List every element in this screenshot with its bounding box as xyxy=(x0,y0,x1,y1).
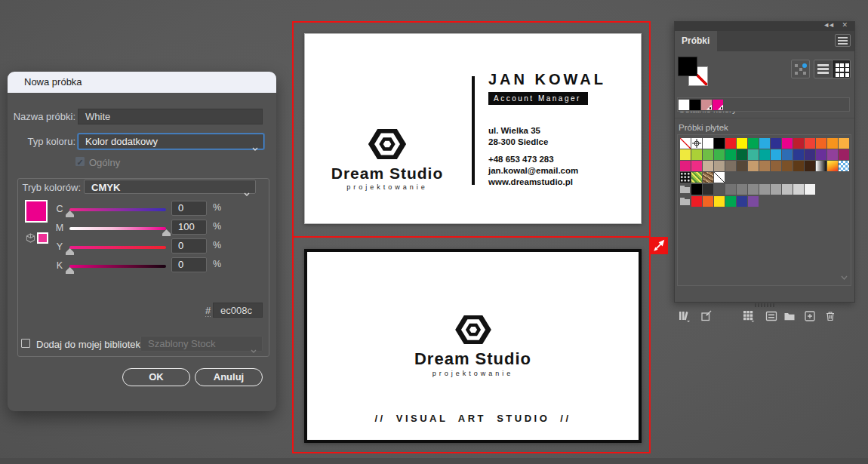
swatch[interactable] xyxy=(714,172,725,183)
swatch[interactable] xyxy=(714,161,725,171)
swatch[interactable] xyxy=(703,138,713,149)
swatch[interactable] xyxy=(691,196,702,207)
artboard-card-back[interactable]: Dream Studio projektowanie // VISUAL ART… xyxy=(304,249,642,443)
swatch[interactable] xyxy=(816,161,826,171)
swatch[interactable] xyxy=(703,196,713,207)
scroll-down-icon[interactable] xyxy=(841,269,848,283)
cancel-button[interactable]: Anuluj xyxy=(195,368,263,386)
dialog-title[interactable]: Nowa próbka xyxy=(8,72,276,93)
swatch[interactable] xyxy=(748,161,759,171)
swatch-options-icon[interactable] xyxy=(765,310,778,323)
swatch[interactable] xyxy=(748,138,759,149)
swatch[interactable] xyxy=(771,161,781,171)
swatch[interactable] xyxy=(703,184,713,195)
swatch[interactable] xyxy=(690,100,700,110)
swatch[interactable] xyxy=(691,138,702,149)
list-view-button[interactable] xyxy=(814,60,833,78)
swatch[interactable] xyxy=(703,172,713,183)
swatch[interactable] xyxy=(759,138,770,149)
swatch[interactable] xyxy=(805,184,815,195)
slider-handle[interactable] xyxy=(66,248,74,255)
grid-view-button[interactable] xyxy=(832,60,851,78)
add-to-library-checkbox[interactable] xyxy=(21,339,30,348)
swatch[interactable] xyxy=(713,100,723,110)
swatch[interactable] xyxy=(725,161,736,171)
new-color-group-icon[interactable] xyxy=(783,310,796,323)
swatch[interactable] xyxy=(805,161,815,171)
swatch[interactable] xyxy=(703,161,713,171)
swatch[interactable] xyxy=(680,161,691,171)
add-to-library-icon[interactable] xyxy=(700,310,713,323)
swatch[interactable] xyxy=(737,149,747,160)
new-swatch-icon[interactable] xyxy=(804,310,817,323)
swatch[interactable] xyxy=(737,138,747,149)
cyan-slider-track[interactable] xyxy=(69,208,166,211)
ok-button[interactable]: OK xyxy=(122,368,190,386)
swatch[interactable] xyxy=(714,138,725,149)
swatch[interactable] xyxy=(679,100,689,110)
swatch[interactable] xyxy=(737,184,747,195)
swatch[interactable] xyxy=(782,161,793,171)
swatch[interactable] xyxy=(748,196,759,207)
color-mode-select[interactable]: CMYK xyxy=(84,180,256,194)
swatch[interactable] xyxy=(691,149,702,160)
swatch[interactable] xyxy=(703,149,713,160)
swatch[interactable] xyxy=(691,161,702,171)
swatch[interactable] xyxy=(816,149,826,160)
swatch[interactable] xyxy=(680,172,691,183)
close-panel-icon[interactable]: ✕ xyxy=(842,21,848,29)
fill-color-indicator[interactable] xyxy=(678,57,697,76)
slider-handle[interactable] xyxy=(66,267,74,274)
swatch[interactable] xyxy=(725,184,736,195)
color-group-folder-icon[interactable] xyxy=(680,184,691,195)
swatch[interactable] xyxy=(793,161,804,171)
magenta-slider-track[interactable] xyxy=(69,227,166,230)
swatch[interactable] xyxy=(793,184,804,195)
swatch[interactable] xyxy=(748,149,759,160)
black-slider-track[interactable] xyxy=(69,265,166,268)
swatch[interactable] xyxy=(691,184,702,195)
swatch[interactable] xyxy=(782,184,793,195)
resize-marker-icon[interactable] xyxy=(651,237,668,254)
library-select-disabled[interactable]: Szablony Stock xyxy=(140,336,263,352)
color-type-select[interactable]: Kolor dodatkowy xyxy=(78,134,264,149)
hex-input[interactable]: ec008c xyxy=(213,303,263,318)
swatch[interactable] xyxy=(714,196,725,207)
swatch[interactable] xyxy=(827,161,838,171)
swatch[interactable] xyxy=(748,184,759,195)
swatch-name-input[interactable]: White xyxy=(78,109,263,124)
yellow-slider-track[interactable] xyxy=(69,246,166,249)
swatch[interactable] xyxy=(714,149,725,160)
swatch[interactable] xyxy=(771,149,781,160)
swatch[interactable] xyxy=(725,149,736,160)
panel-menu-icon[interactable] xyxy=(835,34,851,47)
swatch[interactable] xyxy=(725,138,736,149)
swatch[interactable] xyxy=(759,149,770,160)
swatch[interactable] xyxy=(839,149,849,160)
artboard-card-front[interactable]: Dream Studio projektowanie JAN KOWAL Acc… xyxy=(304,33,642,224)
swatch[interactable] xyxy=(805,138,815,149)
swatch[interactable] xyxy=(680,149,691,160)
swatch[interactable] xyxy=(680,138,691,149)
magenta-value-input[interactable]: 100 xyxy=(171,220,207,235)
swatch[interactable] xyxy=(701,100,712,110)
tab-probki[interactable]: Próbki xyxy=(675,31,717,51)
cc-libraries-icon[interactable] xyxy=(791,60,810,78)
swatch[interactable] xyxy=(691,172,702,183)
global-checkbox[interactable]: ✓ xyxy=(75,157,85,166)
swatch-libraries-menu-icon[interactable] xyxy=(678,310,691,323)
swatch[interactable] xyxy=(839,161,849,171)
swatch[interactable] xyxy=(816,138,826,149)
delete-swatch-icon[interactable] xyxy=(824,310,837,323)
swatch[interactable] xyxy=(782,149,793,160)
cyan-value-input[interactable]: 0 xyxy=(171,201,207,216)
swatch[interactable] xyxy=(793,138,804,149)
swatch[interactable] xyxy=(759,184,770,195)
swatch[interactable] xyxy=(782,138,793,149)
swatch[interactable] xyxy=(759,161,770,171)
swatch[interactable] xyxy=(737,196,747,207)
slider-handle[interactable] xyxy=(66,210,74,217)
swatch[interactable] xyxy=(714,184,725,195)
swatch[interactable] xyxy=(827,149,838,160)
slider-handle[interactable] xyxy=(162,229,171,236)
